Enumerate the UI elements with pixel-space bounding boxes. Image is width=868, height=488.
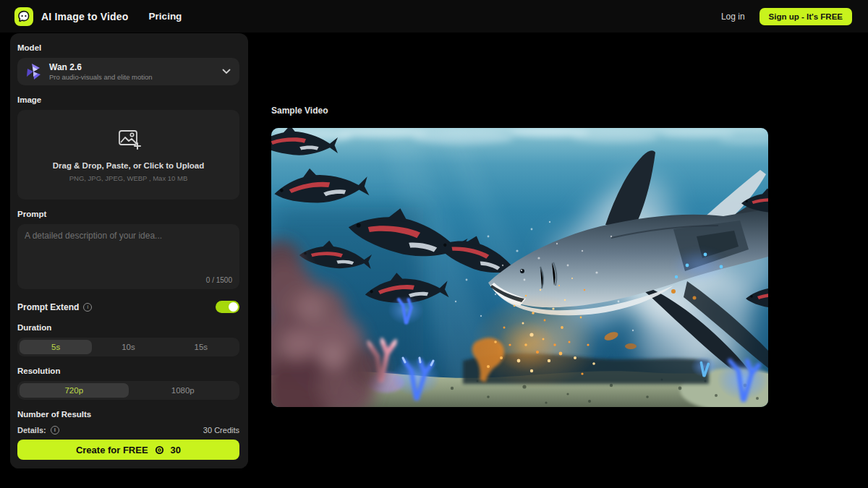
panel-footer: Details: 30 Credits Create for FREE 30 [10, 420, 248, 468]
duration-option-15s[interactable]: 15s [165, 340, 237, 354]
app-title: AI Image to Video [41, 11, 129, 22]
details-row: Details: 30 Credits [17, 426, 239, 435]
prompt-extend-row: Prompt Extend [17, 301, 239, 313]
login-button[interactable]: Log in [721, 12, 745, 22]
model-select[interactable]: Wan 2.6 Pro audio-visuals and elite moti… [17, 58, 239, 85]
number-of-results-label: Number of Results [17, 410, 239, 419]
upload-title: Drag & Drop, Paste, or Click to Upload [53, 161, 205, 170]
credits-cost: 30 Credits [203, 426, 239, 435]
create-button-cost: 30 [171, 445, 181, 455]
prompt-label: Prompt [17, 210, 239, 218]
details-info-icon[interactable] [51, 426, 59, 435]
prompt-container: 0 / 1500 [17, 224, 239, 289]
ghost-logo-icon [14, 7, 33, 26]
sample-video-scene [271, 128, 768, 407]
info-icon[interactable] [83, 303, 92, 312]
credit-coin-icon [155, 445, 164, 455]
prompt-extend-label: Prompt Extend [17, 302, 79, 312]
resolution-option-720p[interactable]: 720p [20, 383, 129, 398]
prompt-extend-label-wrap: Prompt Extend [17, 302, 92, 312]
char-counter: 0 / 1500 [206, 276, 232, 284]
duration-segmented-control: 5s 10s 15s [17, 338, 239, 356]
duration-option-5s[interactable]: 5s [20, 340, 92, 354]
brand[interactable]: AI Image to Video [14, 7, 129, 26]
chevron-down-icon [222, 69, 231, 74]
model-name: Wan 2.6 [49, 62, 216, 73]
nav-pricing-link[interactable]: Pricing [149, 11, 182, 22]
prompt-input[interactable] [25, 231, 232, 273]
resolution-segmented-control: 720p 1080p [17, 381, 239, 400]
model-description: Pro audio-visuals and elite motion [49, 73, 216, 82]
model-label: Model [17, 43, 239, 52]
prompt-extend-toggle[interactable] [216, 301, 239, 313]
model-meta: Wan 2.6 Pro audio-visuals and elite moti… [49, 62, 216, 82]
top-navbar: AI Image to Video Pricing Log in Sign up… [0, 0, 868, 33]
duration-option-10s[interactable]: 10s [92, 340, 164, 354]
image-plus-icon [116, 128, 142, 151]
sample-video-label: Sample Video [271, 106, 328, 116]
details-left: Details: [17, 426, 59, 435]
wan-model-icon [24, 62, 43, 81]
sample-video[interactable] [271, 128, 768, 407]
navbar-right: Log in Sign up - It's FREE [721, 8, 852, 25]
image-upload-dropzone[interactable]: Drag & Drop, Paste, or Click to Upload P… [17, 110, 239, 200]
resolution-label: Resolution [17, 367, 239, 375]
settings-panel: Model Wan 2.6 Pro audio-visuals and elit… [10, 33, 248, 468]
create-button[interactable]: Create for FREE 30 [17, 440, 239, 460]
image-label: Image [17, 95, 239, 104]
signup-button[interactable]: Sign up - It's FREE [760, 8, 852, 25]
resolution-option-1080p[interactable]: 1080p [129, 383, 238, 398]
create-button-label: Create for FREE [76, 445, 148, 455]
duration-label: Duration [17, 323, 239, 332]
details-label: Details: [17, 426, 46, 435]
upload-hint: PNG, JPG, JPEG, WEBP , Max 10 MB [69, 174, 187, 182]
toggle-knob [229, 302, 238, 312]
